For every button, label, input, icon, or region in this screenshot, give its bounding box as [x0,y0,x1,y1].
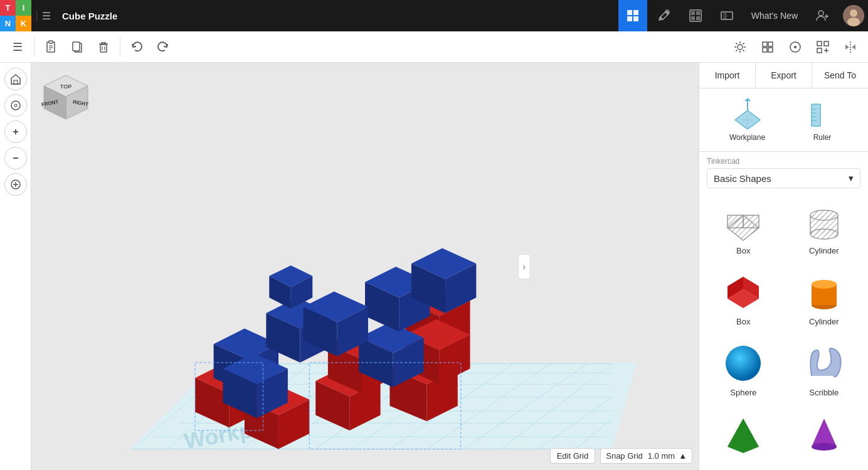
right-panel: Import Export Send To Workplane [699,63,868,470]
svg-point-150 [810,229,838,239]
svg-point-15 [850,9,857,17]
svg-marker-146 [728,215,743,228]
cone-icon [802,412,846,456]
panel-actions: Import Export Send To [699,63,868,88]
zoom-out-button[interactable] [4,147,27,169]
snap-grid-control[interactable]: Snap Grid 1.0 mm ▲ [600,448,692,464]
svg-point-52 [14,104,17,107]
svg-rect-43 [824,41,828,46]
logo-t: T [0,0,16,16]
svg-rect-38 [763,48,767,52]
svg-rect-23 [73,42,80,51]
export-button[interactable]: Export [756,63,812,88]
copy-button[interactable] [65,35,90,60]
light-button[interactable] [728,35,753,60]
snap-grid-label: Snap Grid [606,451,643,461]
logo-k: K [16,16,31,31]
redo-button[interactable] [151,35,176,60]
svg-rect-2 [627,16,632,21]
shapes-header: Tinkercad Basic Shapes ▾ [699,152,868,188]
svg-marker-145 [743,215,759,228]
svg-point-11 [818,11,823,16]
compass-cube[interactable]: TOP FRONT RIGHT [38,72,94,129]
svg-rect-8 [696,16,700,20]
shape-sphere[interactable]: Sphere [706,336,781,402]
toolbar-separator-1 [34,38,34,56]
code-blocks-button[interactable]: {} [712,0,741,31]
snap-grid-chevron[interactable]: ▲ [679,451,687,461]
sphere-icon [721,341,765,385]
menu-button[interactable]: ☰ [5,35,30,60]
toolbar-right [728,35,863,60]
svg-marker-135 [744,98,751,101]
layers-button[interactable] [4,173,27,196]
svg-rect-24 [100,45,107,52]
svg-rect-138 [812,104,820,126]
shape-box-hole[interactable]: Box [706,195,781,260]
svg-rect-6 [696,11,700,15]
svg-point-41 [794,46,797,48]
sphere-label: Sphere [730,388,756,397]
workplane-tool[interactable]: Workplane [729,98,765,142]
grid-align-button[interactable] [810,35,835,60]
main-content: TOP FRONT RIGHT [0,63,868,470]
tools-button[interactable] [650,0,679,31]
viewport[interactable]: TOP FRONT RIGHT [31,63,699,470]
avatar-button[interactable] [839,0,868,31]
svg-marker-49 [852,45,855,50]
add-user-button[interactable] [808,0,837,31]
workplane-icon [732,98,763,129]
panel-tools: Workplane Ruler [699,88,868,152]
align-button[interactable] [755,35,780,60]
gallery-button[interactable] [681,0,710,31]
pyramid-icon [721,412,765,456]
shapes-grid: Box [699,188,868,470]
ruler-tool[interactable]: Ruler [807,98,838,142]
toolbar-separator-2 [120,38,120,56]
zoom-in-button[interactable] [4,120,27,143]
scribble-icon [802,341,846,385]
clipboard-button[interactable] [38,35,63,60]
delete-button[interactable] [91,35,116,60]
ruler-icon [807,98,838,129]
logo[interactable]: T I N K [0,0,31,31]
3d-scene[interactable]: Workplane [31,63,699,470]
svg-line-35 [736,50,737,51]
svg-marker-162 [812,419,837,447]
undo-button[interactable] [124,35,149,60]
svg-rect-7 [691,16,695,20]
svg-rect-50 [14,80,18,84]
svg-point-158 [812,280,837,289]
grid-view-button[interactable] [618,0,647,31]
shapes-selector-label: Basic Shapes [714,173,771,184]
shape-pyramid[interactable] [706,407,781,464]
fit-view-button[interactable] [4,94,27,117]
whats-new-button[interactable]: What's New [744,0,805,31]
box-hole-label: Box [736,246,750,255]
tinkercad-brand: Tinkercad [707,157,860,166]
circle-button[interactable] [783,35,808,60]
shape-cylinder-solid[interactable]: Cylinder [786,265,862,331]
send-to-button[interactable]: Send To [812,63,868,88]
shape-cone[interactable] [786,407,862,464]
logo-n: N [0,16,16,31]
edit-grid-button[interactable]: Edit Grid [550,448,596,464]
shape-cylinder-hole[interactable]: Cylinder [786,195,862,260]
svg-rect-18 [49,41,53,43]
svg-point-27 [738,45,743,50]
import-button[interactable]: Import [699,63,756,88]
shapes-selector[interactable]: Basic Shapes ▾ [707,168,860,188]
box-hole-icon [721,200,765,243]
left-panel [0,63,31,470]
cylinder-hole-icon [802,200,846,243]
svg-rect-39 [768,48,773,52]
shape-scribble[interactable]: Scribble [786,336,862,402]
snap-grid-value: 1.0 mm [648,451,675,461]
shape-box-solid[interactable]: Box [706,265,781,331]
svg-text:{}: {} [723,13,727,19]
scribble-label: Scribble [809,388,839,397]
home-button[interactable] [4,68,27,90]
svg-marker-161 [728,419,759,453]
panel-collapse-button[interactable]: › [518,254,529,279]
mirror-button[interactable] [838,35,863,60]
